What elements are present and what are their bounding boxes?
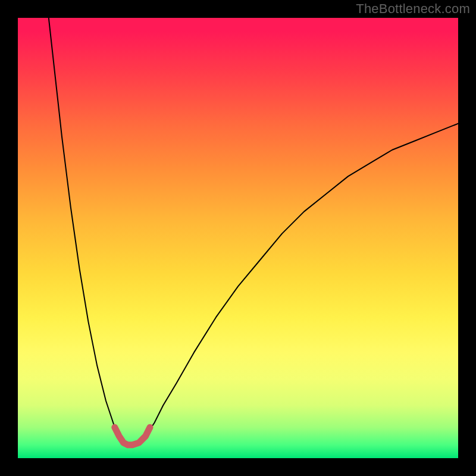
curve-svg <box>18 18 458 458</box>
curve-right-branch <box>146 124 458 436</box>
plot-area <box>18 18 458 458</box>
watermark-text: TheBottleneck.com <box>356 1 470 17</box>
curve-left-branch <box>49 18 119 436</box>
curve-valley-overlay <box>115 427 150 445</box>
chart-frame: TheBottleneck.com <box>0 0 476 476</box>
